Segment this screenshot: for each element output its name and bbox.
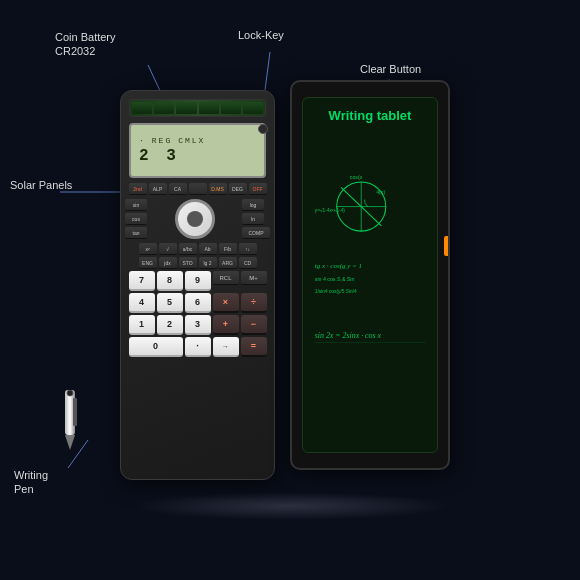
key-deg[interactable]: DEG [229,183,247,195]
key-equals[interactable]: = [241,337,267,357]
writing-pen-object [55,390,85,450]
key-row-0: 0 · → = [125,337,270,357]
lcd-cmlx: CMLX [178,136,205,145]
key-log[interactable]: log [242,199,264,211]
key-row-789: 7 8 9 RCL M+ [125,271,270,291]
key-ab[interactable]: Ab [199,243,217,255]
solar-cell-3 [176,102,196,114]
writing-tablet: Writing tablet cos(x 4(x) y=√1-4x²+1-4) … [290,80,450,470]
key-0[interactable]: 0 [129,337,183,357]
key-6[interactable]: 6 [185,293,211,313]
key-nav-cross[interactable] [175,199,215,239]
key-comp[interactable]: COMP [242,227,270,239]
lcd-reg: REG [152,136,172,145]
lcd-top-row: · REG CMLX [139,136,205,145]
solar-cell-5 [221,102,241,114]
svg-text:1/sin4   cos(y/5   Sin/4: 1/sin4 cos(y/5 Sin/4 [315,289,357,294]
clear-button-label: Clear Button [360,63,421,75]
key-tan[interactable]: tan [125,227,147,239]
key-arrow[interactable]: ↑↓ [239,243,257,255]
key-dot[interactable]: · [185,337,211,357]
key-ca[interactable]: CA [169,183,187,195]
tablet-title: Writing tablet [313,108,427,123]
lcd-main-row: 2 3 [139,147,180,165]
svg-text:sin 4  cos S  & Sin: sin 4 cos S & Sin [315,276,355,282]
key-arg[interactable]: ARG [219,257,237,269]
annotation-clear-button: Clear Button [360,62,421,76]
key-x2[interactable]: x² [139,243,157,255]
key-row-456: 4 5 6 × ÷ [125,293,270,313]
annotation-writing-pen: WritingPen [14,468,48,497]
key-eng[interactable]: ENG [139,257,157,269]
key-2[interactable]: 2 [157,315,183,335]
right-func-keys: log ln COMP [242,199,270,239]
key-row-func2: x² √ a/bc Ab F/b ↑↓ [125,243,270,255]
key-sto[interactable]: STO [179,257,197,269]
lock-key-label: Lock-Key [238,29,284,41]
annotation-solar-panels: Solar Panels [10,178,72,192]
key-jdx[interactable]: jdx [159,257,177,269]
coin-battery-label: Coin BatteryCR2032 [55,31,116,57]
svg-line-1 [265,52,270,90]
key-1[interactable]: 1 [129,315,155,335]
svg-point-20 [67,390,73,396]
key-row-func1: 2nd ALP CA D.MS DEG OFF [125,183,270,195]
tablet-accent [444,236,448,256]
key-blank1 [189,183,207,195]
key-alpha[interactable]: ALP [149,183,167,195]
solar-cell-1 [132,102,152,114]
svg-text:y=√1-4x²+1-4): y=√1-4x²+1-4) [315,208,346,213]
key-abc[interactable]: a/bc [179,243,197,255]
key-minus[interactable]: − [241,315,267,335]
key-multiply[interactable]: × [213,293,239,313]
annotation-lock-key: Lock-Key [238,28,284,42]
key-4[interactable]: 4 [129,293,155,313]
annotation-coin-battery: Coin BatteryCR2032 [55,30,116,59]
lcd-display: · REG CMLX 2 3 [129,123,266,178]
key-8[interactable]: 8 [157,271,183,291]
tablet-screen: Writing tablet cos(x 4(x) y=√1-4x²+1-4) … [302,97,438,453]
solar-cell-6 [243,102,263,114]
pen-svg [55,390,85,455]
key-row-func3: ENG jdx STO lg 2 ARG CD [125,257,270,269]
tablet-formulas-svg: cos(x 4(x) y=√1-4x²+1-4) tg x · cos(g y … [313,129,427,442]
key-plus[interactable]: + [213,315,239,335]
solar-panels-label: Solar Panels [10,179,72,191]
key-7[interactable]: 7 [129,271,155,291]
key-sqrt[interactable]: √ [159,243,177,255]
key-divide[interactable]: ÷ [241,293,267,313]
key-2nd[interactable]: 2nd [129,183,147,195]
key-rcl2[interactable]: lg 2 [199,257,217,269]
key-5[interactable]: 5 [157,293,183,313]
svg-text:sin 2x = 2sinx · cos x: sin 2x = 2sinx · cos x [315,331,382,340]
svg-text:4(x): 4(x) [376,189,385,195]
scene: · REG CMLX 2 3 2nd ALP CA D.MS DEG OFF [0,0,580,580]
solar-cell-2 [154,102,174,114]
key-dms[interactable]: D.MS [209,183,227,195]
key-sin[interactable]: sin [125,199,147,211]
svg-text:cos(x: cos(x [350,174,363,180]
writing-pen-label: WritingPen [14,469,48,495]
key-row-nav: sin cos tan log ln COMP [125,199,270,239]
key-off[interactable]: OFF [249,183,267,195]
calculator: · REG CMLX 2 3 2nd ALP CA D.MS DEG OFF [120,90,275,480]
key-rcl-top[interactable]: RCL [213,271,239,285]
lcd-dot: · [139,136,146,145]
key-fb[interactable]: F/b [219,243,237,255]
svg-marker-18 [65,435,75,450]
key-cd[interactable]: CD [239,257,257,269]
key-mplus-top[interactable]: M+ [241,271,267,285]
solar-cell-4 [199,102,219,114]
shadow-ellipse [130,492,450,520]
key-row-123: 1 2 3 + − [125,315,270,335]
svg-rect-19 [73,398,77,426]
key-3[interactable]: 3 [185,315,211,335]
key-9[interactable]: 9 [185,271,211,291]
svg-text:tg x · cos(g y = 1: tg x · cos(g y = 1 [315,262,362,270]
keypad: 2nd ALP CA D.MS DEG OFF sin cos tan log … [125,183,270,471]
key-cos[interactable]: cos [125,213,147,225]
key-ln[interactable]: ln [242,213,264,225]
lock-key [258,124,268,134]
left-func-keys: sin cos tan [125,199,147,239]
key-arrow-right[interactable]: → [213,337,239,357]
